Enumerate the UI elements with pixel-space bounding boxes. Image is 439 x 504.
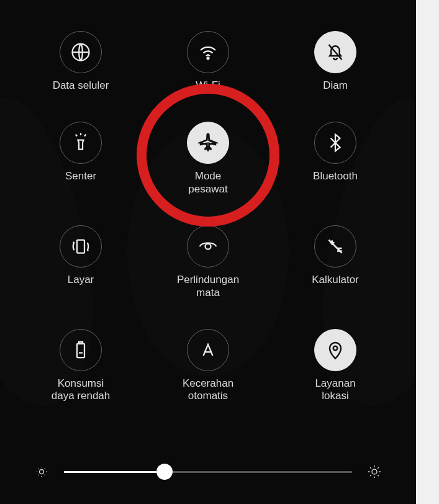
tile-silent[interactable]: Diam: [289, 31, 382, 92]
brightness-slider[interactable]: [64, 471, 352, 473]
tile-label: Diam: [323, 79, 348, 92]
tile-label: Layar: [68, 274, 94, 286]
tile-calculator[interactable]: Kalkulator: [289, 225, 382, 299]
tile-label: Layanan lokasi: [315, 377, 355, 403]
slider-thumb[interactable]: [156, 464, 173, 480]
tile-flashlight[interactable]: Senter: [34, 122, 127, 196]
svg-point-3: [206, 244, 211, 250]
tile-eye-protection[interactable]: Perlindungan mata: [161, 225, 255, 299]
tile-label: Mode pesawat: [188, 170, 227, 196]
calculator-icon: [314, 225, 356, 268]
location-pin-icon: [314, 329, 356, 371]
brightness-slider-row: [34, 464, 382, 479]
tile-label: Senter: [65, 170, 96, 182]
tile-location[interactable]: Layanan lokasi: [289, 329, 382, 403]
svg-point-5: [333, 346, 338, 351]
rotation-icon: [60, 225, 102, 268]
tile-label: Kalkulator: [312, 274, 359, 286]
auto-brightness-icon: [187, 329, 229, 371]
battery-icon: [60, 329, 102, 371]
eye-icon: [187, 225, 229, 268]
tile-auto-brightness[interactable]: Kecerahan otomatis: [161, 329, 255, 403]
tile-label: Perlindungan mata: [177, 274, 239, 299]
tile-label: Kecerahan otomatis: [183, 377, 233, 403]
tile-label: Wi-Fi: [196, 79, 220, 92]
tile-bluetooth[interactable]: Bluetooth: [289, 122, 382, 196]
tile-rotation[interactable]: Layar: [34, 225, 127, 299]
svg-point-1: [207, 57, 209, 59]
flashlight-icon: [60, 122, 102, 164]
sun-low-icon: [34, 464, 49, 479]
tile-airplane-mode[interactable]: Mode pesawat: [161, 122, 255, 196]
quick-settings-panel: Data seluler Wi-Fi: [0, 0, 416, 504]
tile-label: Konsumsi daya rendah: [52, 377, 111, 403]
svg-point-6: [40, 470, 44, 474]
quick-settings-grid: Data seluler Wi-Fi: [0, 25, 416, 403]
tile-label: Data seluler: [53, 79, 109, 92]
svg-rect-2: [77, 240, 84, 253]
svg-rect-4: [77, 343, 84, 358]
tile-cellular-data[interactable]: Data seluler: [34, 31, 127, 92]
tile-low-power[interactable]: Konsumsi daya rendah: [34, 329, 127, 403]
svg-point-7: [372, 469, 377, 474]
airplane-icon: [187, 122, 229, 164]
wifi-icon: [187, 31, 229, 73]
tile-wifi[interactable]: Wi-Fi: [161, 31, 255, 92]
globe-icon: [60, 31, 102, 73]
bluetooth-icon: [314, 122, 356, 164]
tile-label: Bluetooth: [313, 170, 358, 182]
sun-high-icon: [367, 464, 382, 479]
bell-mute-icon: [314, 31, 356, 73]
